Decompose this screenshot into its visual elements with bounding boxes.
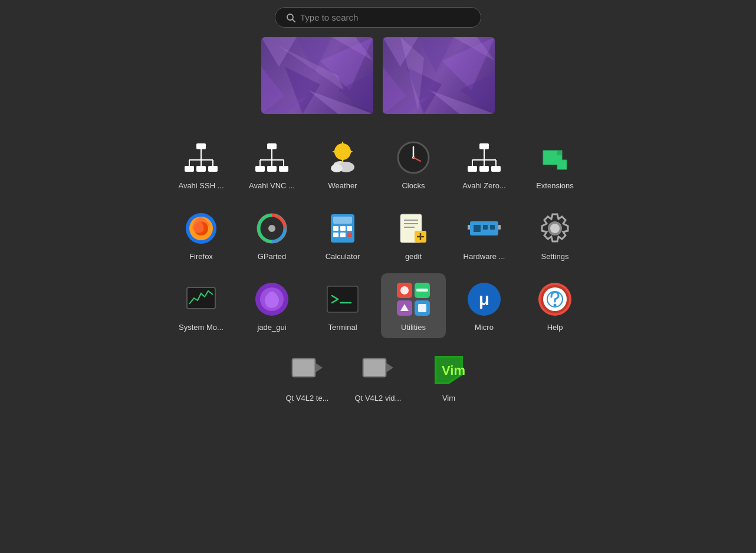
app-item-clocks[interactable]: Clocks [381, 132, 446, 197]
app-label-extensions: Extensions [536, 181, 574, 191]
app-icon-qt-v4l2-vid [359, 351, 397, 389]
app-icon-qt-v4l2-test [288, 351, 326, 389]
wallpaper-thumb-2[interactable] [383, 37, 495, 114]
app-icon-gedit [395, 210, 432, 247]
apps-row-1: FirefoxGPartedCalculatorgeditHardware ..… [35, 202, 721, 267]
app-item-gparted[interactable]: GParted [239, 202, 304, 267]
app-item-system-monitor[interactable]: System Mo... [169, 273, 234, 338]
app-icon-weather [324, 139, 361, 176]
svg-line-1 [292, 19, 295, 22]
app-icon-calculator [324, 210, 361, 247]
app-item-calculator[interactable]: Calculator [310, 202, 375, 267]
app-icon-gparted [253, 210, 291, 247]
apps-row-2: System Mo...jade_guiTerminalUtilitiesμMi… [35, 273, 721, 338]
svg-rect-71 [327, 286, 358, 312]
app-icon-micro: μ [465, 280, 503, 318]
app-icon-avahi-ssh [182, 139, 220, 176]
svg-rect-33 [468, 166, 477, 172]
svg-rect-50 [347, 226, 352, 231]
app-item-qt-v4l2-test[interactable]: Qt V4L2 te... [275, 344, 340, 409]
svg-rect-3 [185, 166, 194, 172]
svg-rect-11 [267, 143, 277, 149]
svg-rect-78 [416, 289, 428, 292]
svg-rect-93 [364, 359, 385, 376]
app-label-avahi-ssh: Avahi SSH ... [178, 181, 223, 191]
svg-point-45 [268, 225, 275, 232]
svg-rect-80 [418, 304, 426, 312]
svg-rect-34 [479, 166, 489, 172]
app-icon-vim: Vim [430, 351, 468, 389]
app-item-extensions[interactable]: Extensions [522, 132, 587, 197]
app-item-firefox[interactable]: Firefox [169, 202, 234, 267]
app-label-vim: Vim [442, 394, 455, 403]
app-icon-settings [536, 210, 574, 247]
app-item-avahi-vnc[interactable]: Avahi VNC ... [239, 132, 304, 197]
app-icon-help [536, 280, 574, 318]
apps-row-0: Avahi SSH ...Avahi VNC ...WeatherClocksA… [35, 132, 721, 197]
app-item-vim[interactable]: VimVim [416, 344, 481, 409]
app-item-help[interactable]: Help [522, 273, 587, 338]
svg-text:Vim: Vim [442, 363, 465, 378]
search-input[interactable] [300, 12, 470, 22]
app-item-jade-gui[interactable]: jade_gui [239, 273, 304, 338]
app-label-calculator: Calculator [326, 252, 360, 261]
svg-rect-49 [340, 226, 346, 231]
svg-rect-63 [498, 225, 501, 230]
app-icon-jade-gui [253, 280, 291, 318]
svg-rect-62 [468, 225, 470, 230]
app-item-gedit[interactable]: gedit [381, 202, 446, 267]
app-item-avahi-ssh[interactable]: Avahi SSH ... [169, 132, 234, 197]
app-label-weather: Weather [328, 181, 357, 191]
app-item-weather[interactable]: Weather [310, 132, 375, 197]
svg-marker-91 [315, 363, 323, 372]
app-item-qt-v4l2-vid[interactable]: Qt V4L2 vid... [346, 344, 410, 409]
svg-rect-13 [267, 166, 277, 172]
apps-grid: Avahi SSH ...Avahi VNC ...WeatherClocksA… [0, 132, 756, 409]
app-icon-clocks [395, 139, 432, 176]
app-label-gparted: GParted [258, 252, 286, 261]
svg-rect-2 [196, 143, 206, 149]
svg-rect-48 [333, 226, 338, 231]
svg-rect-12 [255, 166, 265, 172]
app-icon-extensions [536, 139, 574, 176]
app-item-avahi-zero[interactable]: Avahi Zero... [452, 132, 517, 197]
app-icon-terminal [324, 280, 361, 318]
svg-rect-14 [279, 166, 288, 172]
search-box[interactable] [275, 7, 481, 28]
app-icon-firefox [182, 210, 220, 247]
app-item-utilities[interactable]: Utilities [381, 273, 446, 338]
svg-rect-68 [187, 287, 215, 309]
svg-point-88 [554, 304, 557, 307]
app-icon-utilities [395, 280, 432, 318]
app-label-avahi-zero: Avahi Zero... [462, 181, 505, 191]
app-label-system-monitor: System Mo... [179, 323, 223, 332]
svg-rect-35 [491, 166, 501, 172]
app-label-avahi-vnc: Avahi VNC ... [249, 181, 295, 191]
svg-point-77 [400, 286, 409, 295]
app-label-help: Help [547, 323, 563, 332]
svg-rect-5 [208, 166, 218, 172]
search-icon [286, 13, 295, 22]
app-label-settings: Settings [541, 252, 569, 261]
app-item-micro[interactable]: μMicro [452, 273, 517, 338]
app-label-clocks: Clocks [402, 181, 425, 191]
svg-rect-53 [347, 233, 352, 237]
app-item-terminal[interactable]: Terminal [310, 273, 375, 338]
svg-rect-64 [474, 225, 481, 232]
app-item-hardware[interactable]: Hardware ... [452, 202, 517, 267]
svg-point-27 [331, 164, 343, 172]
app-item-settings[interactable]: Settings [522, 202, 587, 267]
wallpaper-thumb-1[interactable] [261, 37, 373, 114]
app-icon-hardware [465, 210, 503, 247]
top-bar [0, 0, 756, 37]
app-label-micro: Micro [475, 323, 494, 332]
svg-rect-65 [483, 225, 488, 230]
app-label-utilities: Utilities [401, 323, 426, 332]
app-label-gedit: gedit [405, 252, 422, 261]
svg-rect-47 [333, 217, 352, 224]
svg-rect-4 [196, 166, 206, 172]
svg-rect-66 [490, 225, 495, 230]
wallpaper-row [0, 37, 756, 114]
svg-marker-94 [386, 363, 393, 372]
svg-rect-90 [293, 359, 314, 376]
